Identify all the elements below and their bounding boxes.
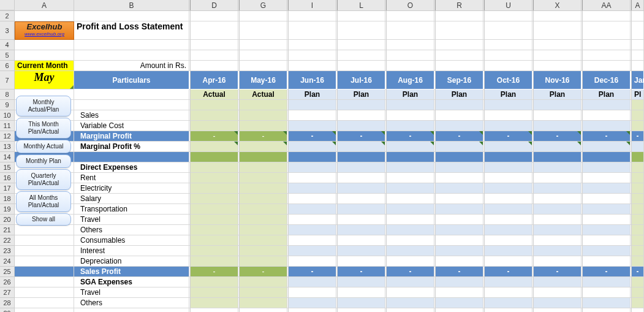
c[interactable]: -: [632, 267, 644, 277]
row-header-12[interactable]: 12: [0, 131, 15, 142]
row-label[interactable]: Marginal Profit: [74, 131, 189, 142]
plan-actual-overflow[interactable]: Pl: [632, 89, 644, 100]
month-cell-overflow[interactable]: [632, 225, 644, 235]
month-header[interactable]: May-16: [240, 71, 287, 89]
month-cell[interactable]: [240, 152, 287, 162]
month-cell[interactable]: [240, 183, 287, 194]
month-cell[interactable]: [485, 152, 532, 162]
month-cell[interactable]: [387, 121, 434, 131]
plan-actual-cell[interactable]: Plan: [436, 89, 483, 100]
month-cell-overflow[interactable]: [632, 287, 644, 298]
month-cell[interactable]: [240, 173, 287, 183]
plan-actual-cell[interactable]: Plan: [289, 89, 336, 100]
month-cell[interactable]: [240, 246, 287, 256]
plan-actual-cell[interactable]: Plan: [485, 89, 532, 100]
month-cell-overflow[interactable]: [632, 308, 644, 312]
month-cell[interactable]: [191, 235, 238, 246]
row-label[interactable]: Variable Cost: [74, 121, 189, 131]
month-cell[interactable]: [387, 225, 434, 235]
c[interactable]: [15, 277, 74, 287]
month-cell[interactable]: [191, 40, 238, 50]
month-cell[interactable]: [534, 162, 581, 173]
month-cell[interactable]: [583, 152, 631, 162]
month-cell[interactable]: [338, 298, 385, 308]
month-header[interactable]: Nov-16: [534, 71, 581, 89]
month-cell[interactable]: [534, 277, 581, 287]
row-header-26[interactable]: 26: [0, 277, 15, 287]
row-header-25[interactable]: 25: [0, 267, 15, 277]
month-cell[interactable]: [289, 235, 336, 246]
mprofit-cell[interactable]: -: [191, 131, 238, 142]
month-cell[interactable]: [338, 50, 385, 61]
mprofitpct-cell[interactable]: [191, 142, 238, 152]
month-cell[interactable]: [240, 50, 287, 61]
month-cell[interactable]: [485, 61, 532, 71]
month-cell[interactable]: [289, 152, 336, 162]
c[interactable]: -: [632, 131, 644, 142]
col-header-G[interactable]: G: [240, 0, 287, 10]
row-header-28[interactable]: 28: [0, 298, 15, 308]
row-label[interactable]: Interest: [74, 246, 189, 256]
col-header-X[interactable]: X: [534, 0, 581, 10]
month-cell[interactable]: [240, 61, 287, 71]
month-cell[interactable]: [289, 204, 336, 215]
month-cell[interactable]: [191, 194, 238, 204]
c[interactable]: [15, 267, 74, 277]
month-cell[interactable]: [387, 183, 434, 194]
month-cell[interactable]: [485, 308, 532, 312]
month-cell[interactable]: [436, 277, 483, 287]
month-cell[interactable]: [191, 21, 238, 40]
month-cell[interactable]: [485, 277, 532, 287]
month-cell[interactable]: [583, 194, 631, 204]
month-cell[interactable]: [191, 308, 238, 312]
month-cell[interactable]: [338, 173, 385, 183]
month-cell[interactable]: [289, 194, 336, 204]
month-cell[interactable]: [534, 225, 581, 235]
mprofit-cell[interactable]: -: [534, 131, 581, 142]
month-cell[interactable]: [387, 287, 434, 298]
row-label[interactable]: Electricity: [74, 183, 189, 194]
month-cell[interactable]: [289, 256, 336, 267]
row-header-22[interactable]: 22: [0, 235, 15, 246]
row-header-9[interactable]: 9: [0, 100, 15, 110]
month-cell[interactable]: [534, 194, 581, 204]
month-cell[interactable]: [436, 287, 483, 298]
month-cell[interactable]: [583, 287, 631, 298]
month-cell[interactable]: [240, 298, 287, 308]
month-cell-overflow[interactable]: [632, 215, 644, 225]
month-cell[interactable]: [583, 11, 631, 21]
row-header-14[interactable]: 14: [0, 152, 15, 162]
plan-actual-cell[interactable]: Plan: [387, 89, 434, 100]
month-cell[interactable]: [240, 256, 287, 267]
c[interactable]: [15, 256, 74, 267]
month-cell[interactable]: [436, 246, 483, 256]
month-cell[interactable]: [338, 100, 385, 110]
month-cell[interactable]: [338, 110, 385, 121]
row-header-4[interactable]: 4: [0, 40, 15, 50]
month-cell[interactable]: [240, 287, 287, 298]
row-header-13[interactable]: 13: [0, 142, 15, 152]
month-cell[interactable]: [191, 162, 238, 173]
month-cell[interactable]: [338, 225, 385, 235]
row-header-27[interactable]: 27: [0, 287, 15, 298]
row-label[interactable]: Travel: [74, 215, 189, 225]
month-cell[interactable]: [583, 61, 631, 71]
month-cell[interactable]: [240, 225, 287, 235]
month-cell-overflow[interactable]: [632, 162, 644, 173]
month-cell[interactable]: [387, 173, 434, 183]
c[interactable]: [15, 225, 74, 235]
row-label[interactable]: Transportation: [74, 204, 189, 215]
row-header-24[interactable]: 24: [0, 256, 15, 267]
month-cell[interactable]: [289, 246, 336, 256]
col-header-B[interactable]: B: [74, 0, 189, 10]
month-cell[interactable]: [191, 110, 238, 121]
row-header-6[interactable]: 6: [0, 61, 15, 71]
month-cell[interactable]: [338, 11, 385, 21]
month-cell-overflow[interactable]: [632, 100, 644, 110]
month-cell[interactable]: [485, 298, 532, 308]
month-cell[interactable]: [534, 246, 581, 256]
month-cell[interactable]: [485, 194, 532, 204]
month-cell[interactable]: [387, 256, 434, 267]
row-header-8[interactable]: 8: [0, 89, 15, 100]
c[interactable]: [15, 235, 74, 246]
